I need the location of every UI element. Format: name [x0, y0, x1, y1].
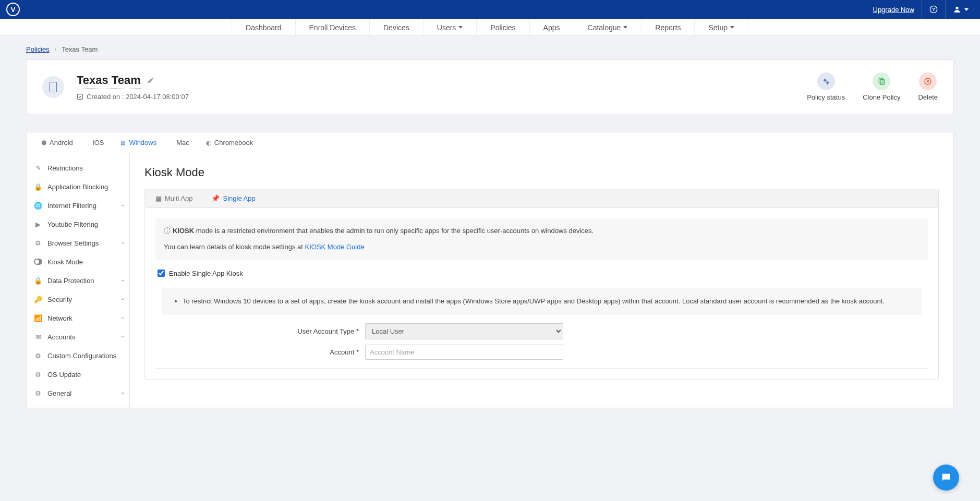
enable-single-app-kiosk-checkbox[interactable] — [158, 270, 165, 277]
sidebar-restrictions[interactable]: ✎Restrictions — [27, 158, 129, 177]
nav-users[interactable]: Users — [424, 19, 477, 36]
os-tab-ios[interactable]: iOS — [81, 132, 113, 153]
help-button[interactable]: ? — [922, 0, 945, 19]
grid-icon: ▦ — [155, 194, 162, 202]
pencil-icon — [147, 77, 154, 84]
chevron-icon: › — [120, 298, 126, 300]
edit-icon: ✎ — [34, 164, 42, 172]
nav-reports[interactable]: Reports — [642, 19, 695, 36]
lock-icon: 🔒 — [34, 276, 42, 285]
sidebar-data-protection[interactable]: 🔒Data Protection› — [27, 271, 129, 290]
gear-icon: ⚙ — [34, 370, 42, 378]
account-type-label: User Account Type * — [155, 327, 359, 335]
sidebar-custom-config[interactable]: ⚙Custom Configurations — [27, 346, 129, 365]
sidebar-internet-filtering[interactable]: 🌐Internet Filtering› — [27, 196, 129, 215]
chevron-icon: › — [120, 392, 126, 394]
svg-point-2 — [955, 7, 958, 9]
os-tab-mac[interactable]: Mac — [165, 132, 198, 153]
gears-icon — [822, 77, 830, 85]
sidebar-browser-settings[interactable]: ⚙Browser Settings› — [27, 234, 129, 252]
chevron-icon: › — [120, 336, 126, 338]
sidebar-network[interactable]: 📶Network› — [27, 309, 129, 327]
toggle-icon — [34, 258, 42, 266]
policy-created-date: Created on : 2024-04-17 08:00:07 — [87, 93, 189, 101]
os-tab-android[interactable]: ⬢Android — [33, 132, 81, 153]
info-box: ⓘKIOSK mode is a restricted environment … — [155, 218, 928, 260]
sidebar-app-blocking[interactable]: 🔒Application Blocking — [27, 177, 129, 196]
account-input[interactable] — [365, 345, 563, 360]
chevron-down-icon — [458, 26, 463, 29]
chevron-icon: › — [120, 204, 126, 206]
enable-kiosk-label: Enable Single App Kiosk — [169, 270, 243, 277]
svg-rect-3 — [50, 82, 56, 92]
chevron-icon: › — [120, 279, 126, 282]
svg-rect-8 — [879, 78, 883, 83]
sidebar-youtube-filtering[interactable]: ▶Youtube Filtering — [27, 215, 129, 234]
nav-setup[interactable]: Setup — [695, 19, 748, 36]
upgrade-link[interactable]: Upgrade Now — [866, 6, 922, 14]
os-tabs: ⬢Android iOS ⊞Windows Mac ◐Chromebook — [26, 132, 954, 153]
svg-point-7 — [826, 82, 828, 84]
account-type-select[interactable]: Local User — [365, 323, 563, 339]
check-square-icon — [77, 93, 83, 100]
divider — [155, 368, 928, 369]
main-panel: Kiosk Mode ▦Multi App 📌Single App ⓘKIOSK… — [130, 153, 953, 408]
delete-policy-button[interactable]: Delete — [918, 72, 938, 101]
clone-policy-button[interactable]: Clone Policy — [863, 72, 900, 101]
info-icon: ⓘ — [164, 227, 171, 235]
svg-rect-9 — [880, 80, 884, 84]
gear-icon: ⚙ — [34, 389, 42, 397]
nav-policies[interactable]: Policies — [477, 19, 529, 36]
kiosk-guide-link[interactable]: KIOSK Mode Guide — [305, 243, 365, 251]
policy-sidebar: ✎Restrictions 🔒Application Blocking 🌐Int… — [27, 153, 130, 408]
gear-icon: ⚙ — [34, 239, 42, 247]
sidebar-accounts[interactable]: ✉Accounts› — [27, 327, 129, 346]
note-box: To restrict Windows 10 devices to a set … — [162, 288, 922, 315]
edit-button[interactable] — [147, 77, 154, 85]
sidebar-security[interactable]: 🔑Security› — [27, 290, 129, 309]
key-icon: 🔑 — [34, 295, 42, 303]
svg-point-6 — [824, 79, 826, 81]
chevron-icon: › — [120, 317, 126, 319]
panel-title: Kiosk Mode — [144, 166, 939, 179]
chevron-down-icon — [964, 8, 969, 11]
user-menu[interactable] — [945, 0, 976, 19]
copy-icon — [877, 77, 886, 85]
policy-status-button[interactable]: Policy status — [807, 72, 845, 101]
nav-catalogue[interactable]: Catalogue — [574, 19, 642, 36]
tab-multi-app[interactable]: ▦Multi App — [151, 189, 197, 207]
policy-title: Texas Team — [77, 74, 141, 89]
globe-icon: 🌐 — [34, 201, 42, 210]
nav-apps[interactable]: Apps — [530, 19, 574, 36]
top-bar: V Upgrade Now ? — [0, 0, 980, 19]
sidebar-general[interactable]: ⚙General› — [27, 384, 129, 402]
kiosk-mode-tabs: ▦Multi App 📌Single App — [144, 189, 939, 208]
sidebar-os-update[interactable]: ⚙OS Update — [27, 365, 129, 384]
policy-header-card: Texas Team Created on : 2024-04-17 08:00… — [26, 59, 954, 114]
user-icon — [953, 5, 961, 14]
tab-single-app[interactable]: 📌Single App — [207, 189, 259, 207]
gear-icon: ⚙ — [34, 351, 42, 360]
sidebar-kiosk-mode[interactable]: Kiosk Mode — [27, 252, 129, 271]
windows-icon: ⊞ — [120, 139, 126, 146]
tablet-icon — [49, 81, 58, 93]
chevron-icon: › — [120, 242, 126, 244]
pin-icon: 📌 — [211, 194, 220, 202]
chevron-right-icon: › — [55, 46, 56, 52]
chevron-down-icon — [623, 26, 627, 29]
android-icon: ⬢ — [41, 139, 46, 146]
svg-rect-5 — [78, 94, 83, 99]
breadcrumb: Policies › Texas Team — [0, 36, 980, 59]
close-circle-icon — [924, 77, 932, 85]
breadcrumb-root[interactable]: Policies — [26, 45, 50, 53]
policy-icon — [42, 76, 64, 98]
nav-devices[interactable]: Devices — [370, 19, 424, 36]
os-tab-windows[interactable]: ⊞Windows — [112, 132, 165, 153]
chevron-down-icon — [730, 26, 734, 29]
youtube-icon: ▶ — [34, 220, 42, 228]
nav-enroll-devices[interactable]: Enroll Devices — [296, 19, 370, 36]
os-tab-chromebook[interactable]: ◐Chromebook — [198, 132, 261, 153]
wifi-icon: 📶 — [34, 314, 42, 322]
nav-dashboard[interactable]: Dashboard — [232, 19, 296, 36]
main-nav: Dashboard Enroll Devices Devices Users P… — [0, 19, 980, 36]
